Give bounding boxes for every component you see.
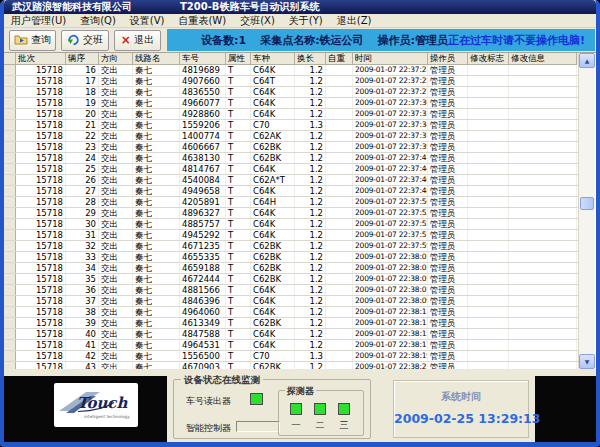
table-cell[interactable]: T [226, 252, 251, 262]
table-cell[interactable]: 4655335 [180, 252, 226, 262]
table-cell[interactable]: 4846396 [180, 296, 226, 306]
table-cell[interactable] [468, 208, 509, 218]
table-cell[interactable]: 4896327 [180, 208, 226, 218]
table-cell[interactable]: 1.2 [295, 318, 326, 328]
table-cell[interactable]: 31 [66, 230, 99, 240]
table-cell[interactable] [326, 296, 353, 306]
table-cell[interactable]: 交出 [99, 175, 133, 185]
table-cell[interactable]: 30 [66, 219, 99, 229]
table-cell[interactable] [326, 285, 353, 295]
vertical-scrollbar[interactable]: ▲ ▼ [578, 53, 595, 369]
table-cell[interactable] [468, 329, 509, 339]
table-cell[interactable]: 2009-01-07 22:37:23 [353, 65, 428, 75]
table-cell[interactable]: 秦七 [133, 164, 180, 174]
table-cell[interactable]: T [226, 230, 251, 240]
table-cell[interactable]: 4672444 [180, 274, 226, 284]
table-cell[interactable]: 4540084 [180, 175, 226, 185]
column-header[interactable]: 操作员 [428, 53, 468, 65]
table-cell[interactable]: T [226, 263, 251, 273]
table-cell[interactable] [468, 340, 509, 350]
table-cell[interactable]: 38 [66, 307, 99, 317]
table-cell[interactable]: 管理员 [428, 274, 468, 284]
table-cell[interactable]: 1.2 [295, 109, 326, 119]
table-row[interactable]: 1571841交出秦七4964531TC64K1.22009-01-07 22:… [4, 340, 578, 351]
table-cell[interactable]: 管理员 [428, 285, 468, 295]
table-cell[interactable] [326, 120, 353, 130]
table-cell[interactable]: 16 [66, 65, 99, 75]
table-cell[interactable] [326, 65, 353, 75]
table-cell[interactable] [509, 109, 577, 119]
table-cell[interactable]: 42 [66, 351, 99, 361]
table-cell[interactable]: T [226, 76, 251, 86]
table-cell[interactable] [326, 208, 353, 218]
table-cell[interactable] [326, 351, 353, 361]
table-cell[interactable] [509, 131, 577, 141]
table-cell[interactable]: 4638130 [180, 153, 226, 163]
table-cell[interactable]: 交出 [99, 87, 133, 97]
table-cell[interactable] [326, 109, 353, 119]
table-cell[interactable] [509, 142, 577, 152]
menu-user-management[interactable]: 用户管理(U) [4, 14, 73, 28]
table-cell[interactable]: C62BK [251, 241, 295, 251]
table-cell[interactable]: 2009-01-07 22:38:07 [353, 285, 428, 295]
table-cell[interactable] [326, 230, 353, 240]
table-cell[interactable]: 1.2 [295, 296, 326, 306]
table-cell[interactable] [468, 274, 509, 284]
scroll-up-icon[interactable]: ▲ [579, 53, 595, 68]
table-cell[interactable]: T [226, 186, 251, 196]
table-cell[interactable] [468, 296, 509, 306]
table-cell[interactable]: 秦七 [133, 87, 180, 97]
table-row[interactable]: 1571817交出秦七4907660TC64T1.22009-01-07 22:… [4, 76, 578, 87]
table-cell[interactable]: 27 [66, 186, 99, 196]
table-cell[interactable] [468, 241, 509, 251]
table-cell[interactable]: 1.2 [295, 285, 326, 295]
table-cell[interactable]: 交出 [99, 142, 133, 152]
table-cell[interactable]: 1400774 [180, 131, 226, 141]
table-cell[interactable]: 4205891 [180, 197, 226, 207]
table-cell[interactable]: 交出 [99, 65, 133, 75]
table-row[interactable]: 1571825交出秦七4814767TC64K1.22009-01-07 22:… [4, 164, 578, 175]
table-cell[interactable]: 1.2 [295, 230, 326, 240]
table-cell[interactable]: 秦七 [133, 186, 180, 196]
column-header[interactable]: 批次 [16, 53, 66, 65]
table-cell[interactable] [509, 241, 577, 251]
column-header[interactable]: 修改信息 [509, 53, 577, 65]
table-row[interactable]: 1571833交出秦七4655335TC62BK1.22009-01-07 22… [4, 252, 578, 263]
table-cell[interactable]: T [226, 153, 251, 163]
table-cell[interactable]: C62A*T [251, 175, 295, 185]
table-cell[interactable]: 1556500 [180, 351, 226, 361]
table-cell[interactable]: 21 [66, 120, 99, 130]
table-cell[interactable]: T [226, 241, 251, 251]
table-cell[interactable] [468, 153, 509, 163]
table-cell[interactable]: C64K [251, 340, 295, 350]
table-cell[interactable]: C70 [251, 120, 295, 130]
table-cell[interactable]: 1.2 [295, 219, 326, 229]
table-cell[interactable]: 2009-01-07 22:37:37 [353, 131, 428, 141]
column-header[interactable]: 属性 [226, 53, 251, 65]
table-cell[interactable]: T [226, 197, 251, 207]
table-cell[interactable]: 28 [66, 197, 99, 207]
table-cell[interactable] [326, 340, 353, 350]
column-header[interactable]: 自重 [326, 53, 353, 65]
table-cell[interactable] [509, 285, 577, 295]
table-cell[interactable] [509, 351, 577, 361]
table-cell[interactable]: 秦七 [133, 76, 180, 86]
table-cell[interactable]: C64T [251, 76, 295, 86]
table-row[interactable]: 1571830交出秦七4885757TC64K1.22009-01-07 22:… [4, 219, 578, 230]
table-cell[interactable]: 24 [66, 153, 99, 163]
table-cell[interactable]: 15718 [16, 175, 66, 185]
table-cell[interactable]: 15718 [16, 263, 66, 273]
table-cell[interactable]: C64K [251, 98, 295, 108]
table-row[interactable]: 1571816交出秦七4819689TC64K1.22009-01-07 22:… [4, 65, 578, 76]
table-cell[interactable]: 交出 [99, 76, 133, 86]
table-row[interactable]: 1571840交出秦七4847588TC64K1.22009-01-07 22:… [4, 329, 578, 340]
table-cell[interactable]: 秦七 [133, 208, 180, 218]
menu-about[interactable]: 关于(Y) [282, 14, 330, 28]
table-cell[interactable] [468, 109, 509, 119]
table-cell[interactable]: 2009-01-07 22:37:52 [353, 208, 428, 218]
table-cell[interactable]: T [226, 109, 251, 119]
table-cell[interactable]: 1559206 [180, 120, 226, 130]
table-cell[interactable]: 秦七 [133, 329, 180, 339]
table-row[interactable]: 1571823交出秦七4606667TC62BK1.22009-01-07 22… [4, 142, 578, 153]
table-cell[interactable] [326, 329, 353, 339]
